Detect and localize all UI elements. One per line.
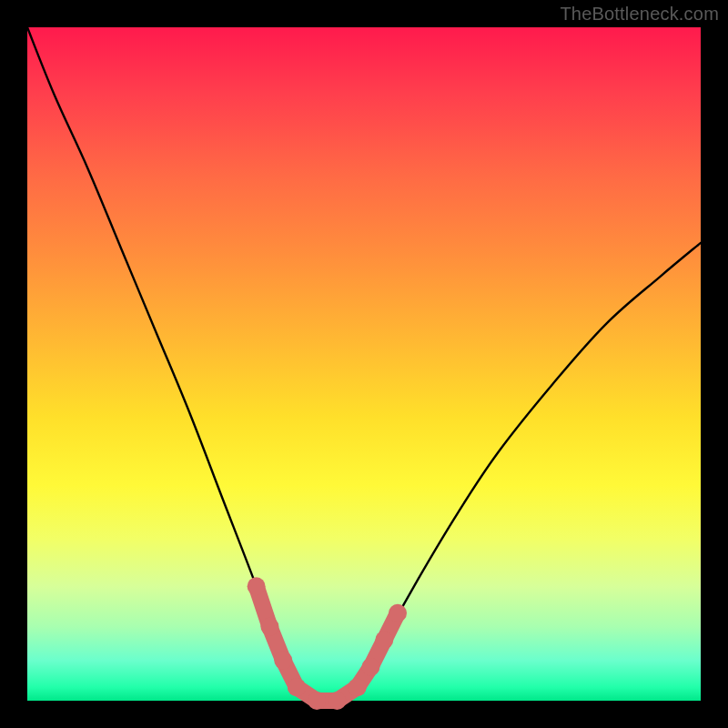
optimal-marker-dot [260, 618, 278, 636]
optimal-marker-dot [308, 692, 326, 710]
plot-area [27, 27, 701, 701]
bottleneck-curve [27, 27, 701, 703]
optimal-marker-dot [349, 678, 367, 696]
curve-svg [27, 27, 701, 701]
optimal-marker-dot [274, 652, 292, 670]
optimal-marker-dot [328, 692, 346, 710]
optimal-marker-dot [288, 678, 306, 696]
watermark-text: TheBottleneck.com [560, 4, 719, 25]
optimal-range-marker [248, 577, 407, 710]
optimal-marker-dot [361, 658, 379, 676]
chart-frame: TheBottleneck.com [0, 0, 728, 728]
optimal-marker-dot [375, 631, 393, 649]
optimal-marker-dot [248, 577, 266, 595]
optimal-marker-dot [389, 604, 407, 622]
